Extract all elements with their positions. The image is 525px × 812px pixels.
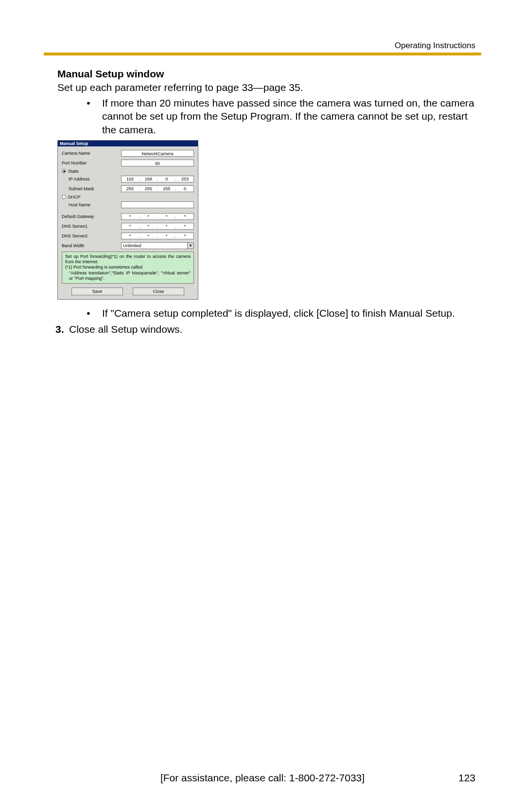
ip-octet[interactable]: 168 xyxy=(140,176,157,182)
ip-octet[interactable]: * xyxy=(158,223,175,229)
input-port-number[interactable]: 80 xyxy=(121,160,194,166)
header-rule xyxy=(44,53,481,55)
ip-octet[interactable]: * xyxy=(122,214,139,219)
select-value: Unlimited xyxy=(122,243,187,248)
label-dhcp: DHCP xyxy=(68,195,81,199)
input-subnet-mask[interactable]: 255. 255. 255. 0 xyxy=(121,185,194,192)
radio-dhcp[interactable]: DHCP xyxy=(62,195,194,199)
label-default-gateway: Default Gateway xyxy=(62,214,121,219)
ip-octet[interactable]: 192 xyxy=(122,176,139,182)
step-number: 3. xyxy=(55,323,69,336)
label-ip-address: IP Address xyxy=(69,177,121,181)
ip-octet[interactable]: * xyxy=(176,223,193,229)
ip-octet[interactable]: 253 xyxy=(176,176,193,182)
input-camera-name[interactable]: NetworkCamera xyxy=(121,150,194,157)
input-ip-address[interactable]: 192. 168. 0. 253 xyxy=(121,176,194,182)
section-title: Manual Setup window xyxy=(57,68,479,80)
radio-icon xyxy=(62,169,66,173)
ip-octet[interactable]: 255 xyxy=(122,186,139,192)
label-subnet-mask: Subnet Mask xyxy=(69,186,121,191)
ip-octet[interactable]: * xyxy=(158,214,175,219)
label-static: Static xyxy=(68,169,79,174)
note-line: Set up Port forwarding(*1) on the router… xyxy=(65,254,191,265)
label-host-name: Host Name xyxy=(69,202,121,207)
close-button[interactable]: Close xyxy=(133,288,184,295)
dialog-titlebar: Manual Setup xyxy=(58,141,198,146)
ip-octet[interactable]: * xyxy=(122,233,139,239)
ip-octet[interactable]: * xyxy=(158,233,175,239)
select-band-width[interactable]: Unlimited ▼ xyxy=(121,242,194,249)
label-camera-name: Camera Name xyxy=(62,151,121,156)
radio-static[interactable]: Static xyxy=(62,169,194,174)
ip-octet[interactable]: 0 xyxy=(176,186,193,192)
ip-octet[interactable]: * xyxy=(176,214,193,219)
label-band-width: Band Width xyxy=(62,243,121,248)
port-forwarding-note: Set up Port forwarding(*1) on the router… xyxy=(62,252,194,284)
ip-octet[interactable]: * xyxy=(140,214,157,219)
save-button[interactable]: Save xyxy=(71,288,123,295)
chevron-down-icon: ▼ xyxy=(187,243,193,249)
bullet-text-2: If "Camera setup completed" is displayed… xyxy=(102,307,479,320)
intro-text: Set up each parameter referring to page … xyxy=(57,82,479,93)
page-number: 123 xyxy=(458,772,475,784)
ip-octet[interactable]: * xyxy=(140,233,157,239)
footer-assistance: [For assistance, please call: 1-800-272-… xyxy=(0,772,525,784)
ip-octet[interactable]: * xyxy=(176,233,193,239)
ip-octet[interactable]: 0 xyxy=(158,176,175,182)
bullet-text-1: If more than 20 minutes have passed sinc… xyxy=(102,96,479,136)
manual-setup-dialog: Manual Setup Camera Name NetworkCamera P… xyxy=(57,140,198,300)
input-default-gateway[interactable]: *. *. *. * xyxy=(121,213,194,220)
input-dns1[interactable]: *. *. *. * xyxy=(121,223,194,230)
input-dns2[interactable]: *. *. *. * xyxy=(121,233,194,239)
ip-octet[interactable]: * xyxy=(140,223,157,229)
label-dns1: DNS Server1 xyxy=(62,224,121,229)
input-host-name[interactable] xyxy=(121,201,194,208)
ip-octet[interactable]: * xyxy=(122,223,139,229)
ip-octet[interactable]: 255 xyxy=(140,186,157,192)
label-dns2: DNS Server2 xyxy=(62,234,121,238)
radio-icon xyxy=(62,195,66,199)
bullet-icon: • xyxy=(75,307,102,320)
note-line: "Address translation","Static IP Masquer… xyxy=(65,271,191,282)
doc-label: Operating Instructions xyxy=(395,41,475,51)
note-line: (*1) Port forwarding is sometimes called xyxy=(65,265,191,270)
step-text: Close all Setup windows. xyxy=(69,323,182,336)
label-port-number: Port Number xyxy=(62,161,121,165)
bullet-icon: • xyxy=(75,96,102,136)
ip-octet[interactable]: 255 xyxy=(158,186,175,192)
